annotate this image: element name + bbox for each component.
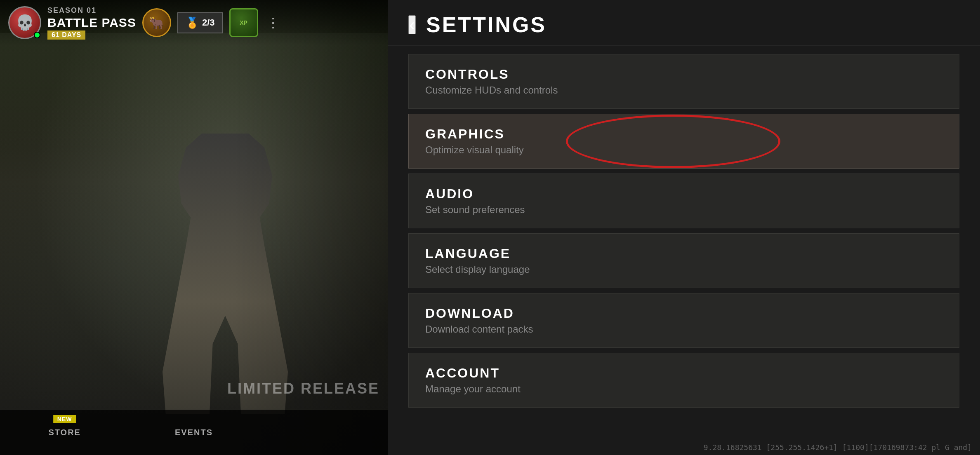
medal-button[interactable]: 🏅 2/3 [177, 12, 223, 33]
language-title: LANGUAGE [425, 246, 942, 261]
controls-desc: Customize HUDs and controls [425, 84, 942, 96]
settings-item-account[interactable]: ACCOUNT Manage your account [408, 353, 959, 408]
game-panel: 💀 SEASON 01 BATTLE PASS 61 DAYS 🐂 🏅 2/3 … [0, 0, 388, 455]
bottom-nav-store[interactable]: NEW STORE [0, 410, 129, 455]
account-title: ACCOUNT [425, 366, 942, 381]
days-badge: 61 DAYS [47, 30, 85, 40]
more-button[interactable]: ⋮ [264, 13, 282, 33]
battle-pass-title: BATTLE PASS [47, 16, 136, 30]
skull-nav-icon[interactable]: 🐂 [142, 8, 171, 37]
audio-desc: Set sound preferences [425, 204, 942, 216]
settings-menu: CONTROLS Customize HUDs and controls GRA… [388, 46, 980, 455]
graphics-desc: Optimize visual quality [425, 144, 942, 156]
settings-item-language[interactable]: LANGUAGE Select display language [408, 233, 959, 288]
bottom-navigation: NEW STORE EVENTS [0, 410, 388, 455]
events-label: EVENTS [175, 428, 213, 437]
settings-item-audio[interactable]: AUDIO Set sound preferences [408, 174, 959, 228]
settings-item-download[interactable]: DOWNLOAD Download content packs [408, 293, 959, 348]
audio-title: AUDIO [425, 186, 942, 202]
settings-panel: ‹ SETTINGS CONTROLS Customize HUDs and c… [388, 0, 980, 455]
new-badge: NEW [53, 415, 76, 423]
back-button[interactable]: ‹ [408, 15, 416, 34]
debug-info: 9.28.16825631 [255.255.1426+1] [1100][17… [704, 443, 972, 452]
settings-item-graphics[interactable]: GRAPHICS Optimize visual quality [408, 114, 959, 169]
store-label: STORE [48, 428, 81, 437]
online-indicator [34, 32, 40, 38]
bottom-nav-events[interactable]: EVENTS [129, 410, 258, 455]
language-desc: Select display language [425, 264, 942, 275]
graphics-title: GRAPHICS [425, 127, 942, 142]
account-desc: Manage your account [425, 383, 942, 395]
xp-label: XP [240, 19, 247, 26]
avatar-skull-icon: 💀 [16, 14, 34, 31]
settings-header: ‹ SETTINGS [388, 0, 980, 46]
battle-pass-info: SEASON 01 BATTLE PASS 61 DAYS [47, 6, 136, 40]
settings-title: SETTINGS [426, 12, 547, 37]
skull-icon: 🐂 [149, 16, 164, 30]
progress-text: 2/3 [202, 17, 215, 28]
download-title: DOWNLOAD [425, 306, 942, 321]
limited-release-text: LIMITED RELEASE [227, 380, 379, 397]
bottom-nav-other[interactable] [259, 410, 388, 455]
season-label: SEASON 01 [47, 6, 136, 15]
medal-icon: 🏅 [186, 16, 199, 29]
xp-button[interactable]: XP [229, 8, 258, 37]
avatar-container[interactable]: 💀 [8, 6, 41, 39]
top-navigation: 💀 SEASON 01 BATTLE PASS 61 DAYS 🐂 🏅 2/3 … [0, 0, 388, 45]
download-desc: Download content packs [425, 324, 942, 335]
controls-title: CONTROLS [425, 67, 942, 82]
settings-item-controls[interactable]: CONTROLS Customize HUDs and controls [408, 54, 959, 109]
